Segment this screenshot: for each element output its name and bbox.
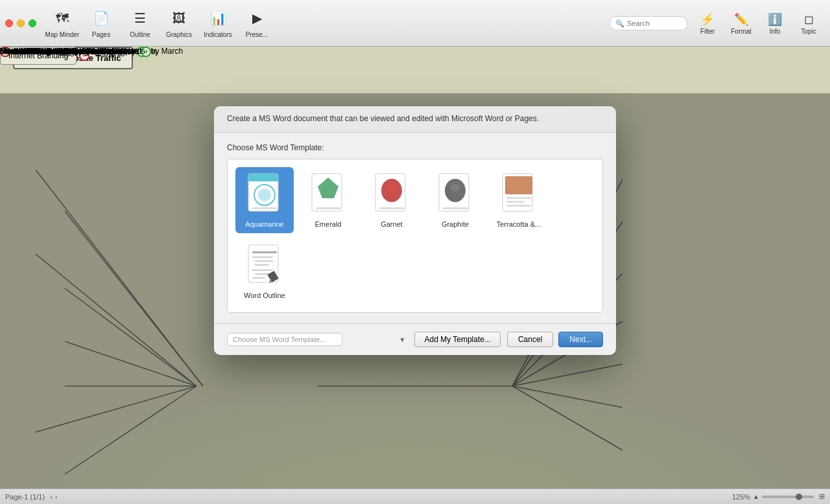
template-emerald[interactable]: Emerald — [299, 167, 357, 233]
dialog-action-buttons: Cancel Next... — [507, 332, 603, 347]
template-terracotta[interactable]: Terracotta &... — [490, 167, 548, 233]
zoom-expand-icon[interactable]: ⊞ — [819, 492, 825, 501]
terracotta-label: Terracotta &... — [497, 220, 541, 228]
dropdown-arrow-icon: ▼ — [399, 336, 406, 343]
page-nav-right[interactable]: › — [55, 493, 58, 501]
toolbar-indicators[interactable]: 📊 Indicators — [200, 4, 236, 43]
topic-icon: ◻ — [804, 12, 814, 27]
zoom-controls: 125% ▲ ⊞ — [732, 492, 825, 501]
svg-rect-43 — [255, 260, 273, 262]
minimize-button[interactable] — [17, 19, 25, 27]
zoom-level: 125% — [732, 493, 750, 501]
garnet-icon — [373, 172, 410, 216]
maximize-button[interactable] — [29, 19, 36, 27]
pages-icon: 📄 — [91, 8, 112, 29]
svg-rect-34 — [505, 176, 532, 194]
dialog-body: Choose MS Word Template: Aquamarine — [214, 133, 616, 323]
zoom-slider[interactable] — [762, 496, 814, 498]
graphite-icon — [436, 172, 474, 216]
emerald-label: Emerald — [315, 220, 342, 228]
svg-rect-32 — [443, 207, 468, 209]
toolbar-present[interactable]: ▶ Prese... — [239, 4, 275, 43]
svg-rect-38 — [506, 201, 525, 203]
svg-rect-42 — [252, 257, 273, 258]
toolbar-map-minder[interactable]: 🗺 Map Minder — [44, 4, 80, 43]
search-icon: 🔍 — [615, 19, 624, 28]
svg-point-20 — [258, 189, 271, 201]
zoom-slider-thumb — [796, 494, 802, 500]
add-template-button[interactable]: Add My Template... — [414, 332, 501, 347]
toolbar-pages[interactable]: 📄 Pages — [83, 4, 119, 43]
svg-point-27 — [386, 184, 397, 192]
page-nav-left[interactable]: ‹ — [50, 493, 53, 501]
svg-rect-18 — [248, 179, 278, 181]
graphics-icon: 🖼 — [169, 8, 189, 29]
svg-rect-44 — [255, 264, 269, 266]
template-aquamarine[interactable]: Aquamarine — [235, 167, 294, 233]
mind-map-canvas: − Increase Website Traffic Internet Bran… — [0, 47, 830, 504]
right-toolbar: 🔍 ⚡ Filter ✏️ Format ℹ️ Info ◻ Topic — [604, 0, 830, 47]
format-icon: ✏️ — [734, 12, 748, 27]
traffic-lights — [5, 19, 36, 27]
indicators-icon: 📊 — [208, 8, 228, 29]
template-garnet[interactable]: Garnet — [362, 167, 421, 233]
svg-rect-28 — [379, 207, 404, 209]
garnet-label: Garnet — [381, 220, 403, 228]
info-button[interactable]: ℹ️ Info — [759, 4, 791, 43]
filter-icon: ⚡ — [700, 12, 715, 27]
status-bar: Page-1 (1/1) ‹ › 125% ▲ ⊞ — [0, 488, 830, 504]
page-info: Page-1 (1/1) — [5, 493, 45, 501]
toolbar-graphics[interactable]: 🖼 Graphics — [161, 4, 197, 43]
info-icon: ℹ️ — [768, 12, 782, 27]
dialog-header: Create a MS Word document that can be vi… — [214, 106, 616, 133]
word-outline-icon — [246, 244, 283, 288]
next-button[interactable]: Next... — [558, 332, 603, 347]
svg-rect-47 — [252, 277, 265, 279]
ms-word-template-dialog: Create a MS Word document that can be vi… — [214, 106, 616, 355]
map-minder-icon: 🗺 — [52, 8, 73, 29]
dialog-footer: Choose MS Word Template...AquamarineEmer… — [214, 323, 616, 355]
word-outline-label: Word Outline — [244, 292, 285, 299]
template-dropdown-wrapper: Choose MS Word Template...AquamarineEmer… — [227, 333, 409, 346]
graphite-label: Graphite — [442, 220, 469, 228]
outline-icon: ☰ — [130, 8, 150, 29]
template-graphite[interactable]: Graphite — [426, 167, 484, 233]
aquamarine-label: Aquamarine — [245, 220, 283, 228]
svg-point-31 — [450, 184, 460, 192]
terracotta-icon — [500, 172, 538, 216]
template-word-outline[interactable]: Word Outline — [235, 238, 294, 304]
dialog-label: Choose MS Word Template: — [227, 143, 603, 152]
template-select-row: Choose MS Word Template...AquamarineEmer… — [227, 332, 501, 347]
format-button[interactable]: ✏️ Format — [725, 4, 757, 43]
svg-rect-39 — [506, 205, 531, 207]
zoom-up-icon[interactable]: ▲ — [753, 493, 759, 500]
dialog-overlay: Create a MS Word document that can be vi… — [0, 93, 830, 488]
toolbar-outline[interactable]: ☰ Outline — [122, 4, 158, 43]
right-node-7[interactable]: Media Devoted to Online Marketing — [0, 47, 122, 56]
svg-rect-37 — [506, 197, 531, 199]
emerald-icon — [309, 172, 347, 216]
search-input[interactable] — [627, 19, 682, 27]
template-grid: Aquamarine Emerald — [227, 159, 603, 313]
dialog-title: Create a MS Word document that can be vi… — [227, 114, 603, 123]
cancel-button[interactable]: Cancel — [507, 332, 553, 347]
svg-rect-41 — [252, 251, 277, 253]
close-button[interactable] — [5, 19, 13, 27]
filter-button[interactable]: ⚡ Filter — [691, 4, 724, 43]
aquamarine-icon — [246, 172, 283, 216]
svg-rect-24 — [316, 207, 340, 209]
search-box[interactable]: 🔍 — [610, 16, 687, 30]
present-icon: ▶ — [246, 8, 267, 29]
template-dropdown[interactable]: Choose MS Word Template...AquamarineEmer… — [227, 333, 342, 346]
topic-button[interactable]: ◻ Topic — [792, 4, 825, 43]
svg-rect-21 — [252, 207, 277, 209]
svg-rect-45 — [252, 269, 273, 271]
